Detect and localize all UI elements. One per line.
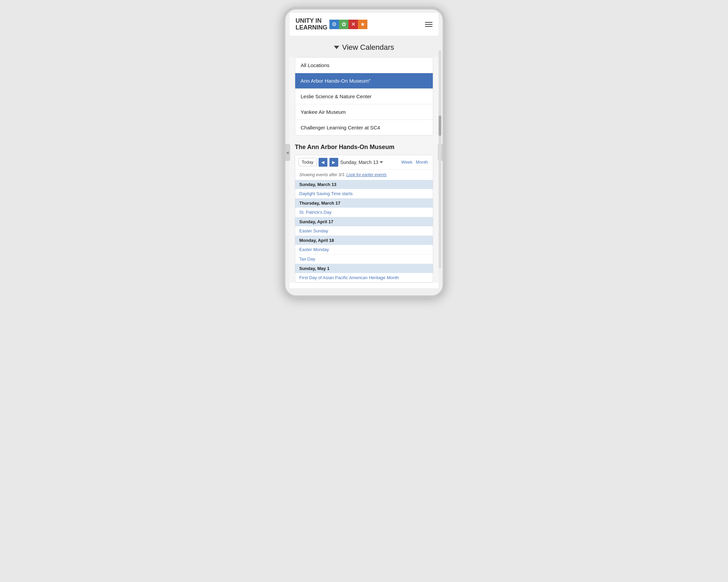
current-date[interactable]: Sunday, March 13 <box>340 160 398 165</box>
museum-title: The Ann Arbor Hands-On Museum <box>289 141 439 155</box>
logo-icon-flower: ✿ <box>339 20 348 29</box>
showing-events-info: Showing events after 3/3. Look for earli… <box>295 170 433 180</box>
logo-container: UNITY IN LEARNING ⚙ ✿ ✕ ★ <box>296 18 367 31</box>
view-calendars-title[interactable]: View Calendars <box>295 43 433 52</box>
phone-screen: UNITY IN LEARNING ⚙ ✿ ✕ ★ <box>289 13 439 288</box>
view-toggle: Week Month <box>400 159 429 165</box>
hamburger-line-2 <box>425 24 432 25</box>
location-dropdown[interactable]: All Locations Ann Arbor Hands-On Museum"… <box>295 57 433 136</box>
logo-icon-star: ★ <box>358 20 367 29</box>
scroll-bar[interactable] <box>439 50 441 268</box>
logo-text: UNITY IN LEARNING <box>296 18 327 31</box>
calendar-nav: Today ◀ ▶ Sunday, March 13 Week Month <box>295 155 433 170</box>
location-ann-arbor[interactable]: Ann Arbor Hands-On Museum" <box>295 73 433 89</box>
event-easter-monday[interactable]: Easter Monday <box>295 245 433 254</box>
main-content: View Calendars All Locations Ann Arbor H… <box>289 36 439 283</box>
event-st-patricks[interactable]: St. Patrick's Day <box>295 208 433 217</box>
event-asian-pacific[interactable]: First Day of Asian Pacific American Heri… <box>295 273 433 283</box>
header: UNITY IN LEARNING ⚙ ✿ ✕ ★ <box>289 13 439 36</box>
prev-arrow-button[interactable]: ◀ <box>319 158 327 167</box>
event-date-march-17: Thursday, March 17 <box>295 199 433 208</box>
location-all[interactable]: All Locations <box>295 58 433 73</box>
phone-frame: UNITY IN LEARNING ⚙ ✿ ✕ ★ <box>283 7 445 298</box>
look-earlier-link[interactable]: Look for earlier events <box>346 172 387 177</box>
scroll-thumb[interactable] <box>439 116 441 136</box>
location-challenger[interactable]: Challenger Learning Center at SC4 <box>295 120 433 135</box>
logo-icon-gear: ⚙ <box>329 20 339 29</box>
logo-icon-cross: ✕ <box>348 20 358 29</box>
hamburger-line-3 <box>425 26 432 27</box>
location-leslie[interactable]: Leslie Science & Nature Center <box>295 89 433 104</box>
hamburger-line-1 <box>425 22 432 23</box>
logo-icons: ⚙ ✿ ✕ ★ <box>329 20 367 29</box>
next-arrow-button[interactable]: ▶ <box>329 158 338 167</box>
side-scroll-left[interactable]: ◀ <box>285 144 290 161</box>
location-yankee[interactable]: Yankee Air Museum <box>295 104 433 120</box>
event-easter-sunday[interactable]: Easter Sunday <box>295 226 433 236</box>
event-date-march-13: Sunday, March 13 <box>295 180 433 189</box>
view-calendars-section: View Calendars <box>289 36 439 57</box>
calendar-widget: Today ◀ ▶ Sunday, March 13 Week Month <box>295 155 433 283</box>
chevron-down-icon <box>334 46 339 49</box>
hamburger-menu[interactable] <box>425 22 432 27</box>
event-date-may-1: Sunday, May 1 <box>295 264 433 273</box>
event-daylight-saving[interactable]: Daylight Saving Time starts <box>295 189 433 199</box>
today-button[interactable]: Today <box>299 158 317 166</box>
event-date-april-17: Sunday, April 17 <box>295 217 433 226</box>
calendar-events: Showing events after 3/3. Look for earli… <box>295 170 433 283</box>
date-dropdown-icon <box>380 161 383 163</box>
event-tax-day[interactable]: Tax Day <box>295 254 433 264</box>
event-date-april-18: Monday, April 18 <box>295 236 433 245</box>
month-view-button[interactable]: Month <box>414 159 429 165</box>
week-view-button[interactable]: Week <box>400 159 414 165</box>
